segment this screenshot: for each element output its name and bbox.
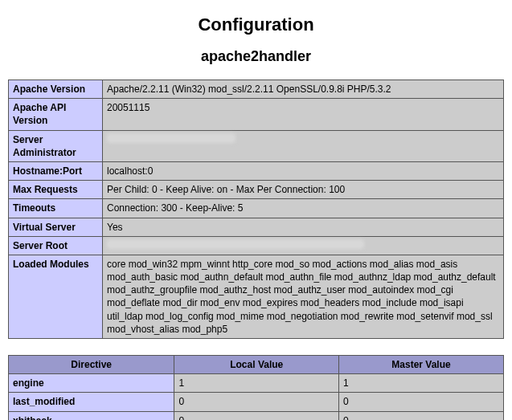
config-row: TimeoutsConnection: 300 - Keep-Alive: 5 [9,199,504,218]
config-value [103,236,504,255]
directive-name: last_modified [9,393,174,411]
config-key: Virtual Server [9,218,103,236]
config-key: Timeouts [9,199,103,218]
config-table: Apache VersionApache/2.2.11 (Win32) mod_… [8,80,504,339]
directive-row: xbithack00 [9,411,504,420]
section-heading: apache2handler [8,48,504,65]
config-key: Hostname:Port [9,161,103,180]
page-title: Configuration [8,14,504,35]
col-master-value: Master Value [339,356,504,374]
directive-row: last_modified00 [9,393,504,411]
config-key: Server Administrator [9,130,103,161]
config-value: Per Child: 0 - Keep Alive: on - Max Per … [103,181,504,199]
directive-local-value: 0 [174,393,339,411]
directive-local-value: 0 [174,411,339,420]
config-value: Apache/2.2.11 (Win32) mod_ssl/2.2.11 Ope… [103,80,504,99]
config-value: 20051115 [103,99,504,130]
directive-row: engine11 [9,374,504,393]
col-directive: Directive [9,356,174,374]
directive-name: xbithack [9,411,174,420]
config-row: Apache VersionApache/2.2.11 (Win32) mod_… [9,80,504,99]
config-key: Max Requests [9,181,103,199]
config-key: Loaded Modules [9,255,103,338]
config-key: Apache API Version [9,99,103,130]
config-row: Virtual ServerYes [9,218,504,236]
config-value: Yes [103,218,504,236]
redacted-value [107,239,364,249]
config-value: Connection: 300 - Keep-Alive: 5 [103,199,504,218]
config-key: Server Root [9,236,103,255]
config-row: Apache API Version20051115 [9,99,504,130]
col-local-value: Local Value [174,356,339,374]
config-row: Max RequestsPer Child: 0 - Keep Alive: o… [9,181,504,199]
redacted-value [107,133,236,143]
directive-master-value: 1 [339,374,504,393]
config-row: Hostname:Portlocalhost:0 [9,161,504,180]
config-value: core mod_win32 mpm_winnt http_core mod_s… [103,255,504,338]
config-key: Apache Version [9,80,103,99]
config-row: Server Root [9,236,504,255]
config-value [103,130,504,161]
config-value: localhost:0 [103,161,504,180]
config-row: Server Administrator [9,130,504,161]
directives-table: Directive Local Value Master Value engin… [8,355,504,420]
directive-name: engine [9,374,174,393]
directive-master-value: 0 [339,393,504,411]
directive-master-value: 0 [339,411,504,420]
config-row: Loaded Modulescore mod_win32 mpm_winnt h… [9,255,504,338]
directive-local-value: 1 [174,374,339,393]
